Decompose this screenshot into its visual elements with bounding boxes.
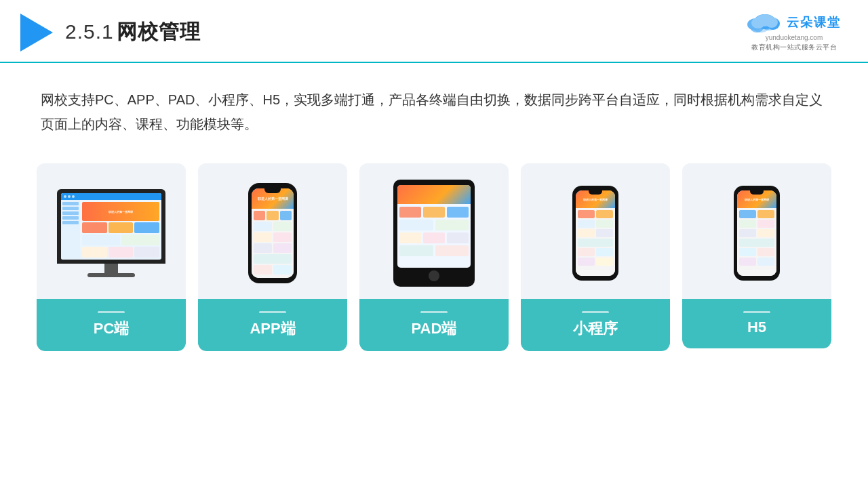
logo-triangle-icon bbox=[20, 14, 53, 52]
card-app-image: 职进人的第一堂网课 bbox=[198, 163, 347, 299]
card-app-label[interactable]: APP端 bbox=[198, 299, 347, 351]
card-miniprogram: 职进人的第一堂网课 bbox=[521, 163, 670, 351]
header: 2.5.1网校管理 云朵课堂 yunduoketang.com 教育机构一站式服… bbox=[0, 0, 868, 63]
card-pad-label[interactable]: PAD端 bbox=[359, 299, 509, 351]
brand-icon: 云朵课堂 bbox=[747, 12, 841, 33]
card-miniprogram-label[interactable]: 小程序 bbox=[521, 299, 670, 351]
card-pad: PAD端 bbox=[359, 163, 509, 351]
pad-tablet-icon bbox=[393, 180, 475, 287]
card-h5-image: 职进人的第一堂网课 bbox=[682, 163, 831, 299]
app-phone-icon: 职进人的第一堂网课 bbox=[248, 183, 297, 283]
card-h5-label[interactable]: H5 bbox=[682, 299, 831, 348]
card-app: 职进人的第一堂网课 bbox=[198, 163, 347, 351]
section-number: 2.5.1 bbox=[65, 20, 114, 43]
svg-point-8 bbox=[751, 18, 765, 28]
header-left: 2.5.1网校管理 bbox=[20, 14, 201, 52]
brand-name: 云朵课堂 bbox=[787, 14, 841, 30]
pc-monitor-icon: 职进人的第一堂网课 bbox=[57, 189, 165, 277]
card-pc-image: 职进人的第一堂网课 bbox=[37, 163, 186, 299]
card-h5: 职进人的第一堂网课 bbox=[682, 163, 831, 348]
card-miniprogram-image: 职进人的第一堂网课 bbox=[521, 163, 670, 299]
brand-logo: 云朵课堂 yunduoketang.com 教育机构一站式服务云平台 bbox=[747, 12, 841, 52]
brand-url: yunduoketang.com bbox=[766, 34, 823, 41]
brand-tagline: 教育机构一站式服务云平台 bbox=[751, 43, 837, 52]
page-title: 2.5.1网校管理 bbox=[65, 18, 201, 46]
card-pc: 职进人的第一堂网课 bbox=[37, 163, 186, 351]
cards-section: 职进人的第一堂网课 bbox=[0, 150, 868, 351]
miniprogram-phone-icon: 职进人的第一堂网课 bbox=[572, 186, 618, 281]
h5-phone-icon: 职进人的第一堂网课 bbox=[734, 186, 780, 281]
card-pad-image bbox=[359, 163, 509, 299]
svg-point-7 bbox=[766, 17, 778, 28]
card-pc-label[interactable]: PC端 bbox=[37, 299, 186, 351]
cloud-icon bbox=[747, 12, 783, 33]
description-text: 网校支持PC、APP、PAD、小程序、H5，实现多端打通，产品各终端自由切换，数… bbox=[0, 63, 868, 150]
